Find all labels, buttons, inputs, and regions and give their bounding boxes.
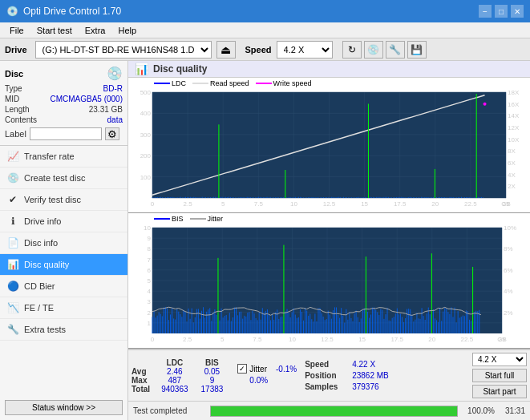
- legend-bis: BIS: [154, 215, 184, 223]
- position-key: Position: [305, 371, 349, 380]
- sidebar-item-drive-info[interactable]: ℹ Drive info: [0, 211, 127, 232]
- avg-ldc: 2.46: [155, 367, 194, 376]
- minimize-button[interactable]: −: [479, 5, 492, 18]
- sidebar-item-label: Extra tests: [24, 325, 66, 334]
- ldc-chart-container: LDC Read speed Write speed: [128, 78, 530, 213]
- bis-color: [154, 218, 170, 220]
- status-window-button[interactable]: Status window >>: [5, 400, 123, 415]
- disc-contents-label: Contents: [5, 115, 37, 124]
- jitter-speed-section: ✓ Jitter -0.1% 0.0%: [237, 364, 297, 387]
- samples-row: Samples 379376: [305, 382, 389, 391]
- transfer-rate-icon: 📈: [6, 150, 19, 163]
- chart2-legend: BIS Jitter: [154, 215, 223, 223]
- sidebar-item-verify-test-disc[interactable]: ✔ Verify test disc: [0, 189, 127, 211]
- refresh-button[interactable]: ↻: [342, 41, 362, 59]
- disc-quality-header-icon: 📊: [135, 63, 148, 75]
- sidebar-item-disc-quality[interactable]: 📊 Disc quality: [0, 254, 127, 276]
- disc-mid-label: MID: [5, 95, 19, 103]
- verify-test-disc-icon: ✔: [6, 193, 19, 206]
- maximize-button[interactable]: □: [495, 5, 508, 18]
- speed-row: Speed 4.22 X: [305, 360, 389, 369]
- time-text: 31:31: [500, 406, 525, 415]
- legend-ldc: LDC: [154, 79, 186, 87]
- controls-section: 4.2 X Start full Start part: [472, 353, 527, 398]
- sidebar-item-transfer-rate[interactable]: 📈 Transfer rate: [0, 146, 127, 168]
- col-ldc: LDC: [155, 358, 194, 367]
- sidebar-item-create-test-disc[interactable]: 💿 Create test disc: [0, 168, 127, 189]
- disc-quality-header: 📊 Disc quality: [128, 61, 530, 78]
- start-part-button[interactable]: Start part: [472, 385, 527, 398]
- settings-button[interactable]: 🔧: [386, 41, 405, 59]
- disc-title: Disc: [5, 69, 23, 79]
- disc-length-value: 23.31 GB: [89, 105, 123, 114]
- jitter-check-label: Jitter: [249, 365, 267, 374]
- sidebar-item-fe-te[interactable]: 📉 FE / TE: [0, 297, 127, 319]
- jitter-checkbox[interactable]: ✓: [237, 364, 247, 374]
- drive-label: Drive: [5, 45, 27, 55]
- disc-label-input[interactable]: [30, 127, 102, 140]
- drivebar: Drive (G:) HL-DT-ST BD-RE WH16NS48 1.D3 …: [0, 38, 530, 61]
- sidebar-item-extra-tests[interactable]: 🔧 Extra tests: [0, 319, 127, 341]
- start-full-button[interactable]: Start full: [472, 369, 527, 382]
- cd-bier-icon: 🔵: [6, 280, 19, 293]
- write-color: [256, 83, 272, 84]
- drive-info-icon: ℹ: [6, 215, 19, 228]
- chart1-legend: LDC Read speed Write speed: [154, 79, 311, 87]
- total-label: Total: [131, 385, 155, 394]
- disc-contents-row: Contents data: [5, 115, 123, 124]
- disc-label-label: Label: [5, 129, 26, 139]
- disc-quality-title: Disc quality: [153, 63, 207, 75]
- create-test-disc-icon: 💿: [6, 172, 19, 184]
- main-layout: Disc 💿 Type BD-R MID CMCMAGBA5 (000) Len…: [0, 61, 530, 420]
- stats-max-row: Max 487 9: [131, 376, 229, 385]
- sidebar-item-label: Verify test disc: [24, 195, 81, 204]
- speed-select[interactable]: 4.2 X: [277, 41, 333, 59]
- disc-button[interactable]: 💿: [364, 41, 383, 59]
- save-button[interactable]: 💾: [407, 41, 427, 59]
- speed-dropdown[interactable]: 4.2 X: [472, 353, 527, 366]
- speed-label: Speed: [245, 45, 272, 55]
- bis-chart: [128, 213, 530, 348]
- disc-icon: 💿: [107, 66, 123, 81]
- sidebar-item-disc-info[interactable]: 📄 Disc info: [0, 232, 127, 254]
- fe-te-icon: 📉: [6, 301, 19, 314]
- menu-extra[interactable]: Extra: [79, 24, 112, 37]
- close-button[interactable]: ✕: [511, 5, 524, 18]
- position-value: 23862 MB: [352, 371, 389, 380]
- disc-header: Disc 💿: [5, 66, 123, 81]
- avg-label: Avg: [131, 367, 155, 376]
- menu-help[interactable]: Help: [111, 24, 143, 37]
- progress-bar-outer: [210, 406, 458, 417]
- sidebar-item-label: CD Bier: [24, 281, 55, 291]
- sidebar-item-label: Disc quality: [24, 260, 69, 269]
- total-ldc: 940363: [155, 385, 194, 394]
- max-label: Max: [131, 376, 155, 385]
- legend-read: Read speed: [192, 79, 249, 87]
- stats-table: LDC BIS Avg 2.46 0.05 Max 487: [131, 358, 229, 394]
- disc-type-row: Type BD-R: [5, 84, 123, 93]
- disc-panel: Disc 💿 Type BD-R MID CMCMAGBA5 (000) Len…: [0, 61, 127, 146]
- speed-info-section: Speed 4.22 X Position 23862 MB Samples 3…: [305, 360, 389, 391]
- app-title: Opti Drive Control 1.70: [23, 6, 121, 17]
- speed-key: Speed: [305, 360, 349, 369]
- eject-button[interactable]: ⏏: [216, 41, 236, 59]
- bis-chart-container: BIS Jitter: [128, 213, 530, 349]
- col-bis: BIS: [195, 358, 230, 367]
- write-label: Write speed: [273, 79, 312, 87]
- position-row: Position 23862 MB: [305, 371, 389, 380]
- legend-write: Write speed: [256, 79, 312, 87]
- drivebar-icons: ↻ 💿 🔧 💾: [342, 41, 427, 59]
- menu-file[interactable]: File: [3, 24, 30, 37]
- read-label: Read speed: [210, 79, 249, 87]
- sidebar-item-label: FE / TE: [24, 303, 54, 313]
- disc-label-row: Label ⚙: [5, 127, 123, 140]
- sidebar: Disc 💿 Type BD-R MID CMCMAGBA5 (000) Len…: [0, 61, 128, 420]
- sidebar-item-cd-bier[interactable]: 🔵 CD Bier: [0, 276, 127, 297]
- disc-label-button[interactable]: ⚙: [105, 127, 119, 140]
- menu-starttest[interactable]: Start test: [30, 24, 79, 37]
- charts-area: LDC Read speed Write speed: [128, 78, 530, 349]
- drive-select[interactable]: (G:) HL-DT-ST BD-RE WH16NS48 1.D3: [35, 41, 212, 59]
- legend-jitter: Jitter: [190, 215, 224, 223]
- stats-total-row: Total 940363 17383: [131, 385, 229, 394]
- disc-type-label: Type: [5, 84, 22, 93]
